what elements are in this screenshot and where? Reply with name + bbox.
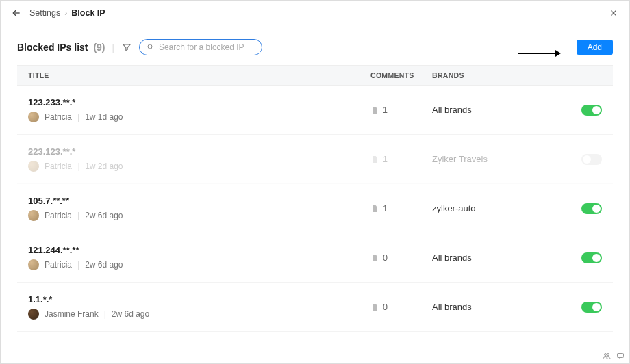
row-meta: Patricia | 1w 1d ago <box>28 112 370 122</box>
svg-rect-3 <box>618 354 624 358</box>
svg-point-0 <box>148 44 152 49</box>
divider: | <box>77 161 79 171</box>
enable-toggle[interactable] <box>581 105 602 116</box>
cell-title: 1.1.*.* Jasmine Frank | 2w 6d ago <box>28 294 370 320</box>
cell-brands: All brands <box>432 105 542 115</box>
avatar <box>28 161 39 172</box>
cell-comments: 0 <box>370 302 432 312</box>
cell-toggle <box>542 302 602 313</box>
cell-brands: All brands <box>432 252 542 263</box>
page-title: Blocked IPs list (9) <box>17 42 105 53</box>
content-area: Blocked IPs list (9) | Add TITLE COMMENT… <box>1 25 629 332</box>
comment-count: 1 <box>383 204 388 213</box>
document-icon <box>370 253 379 263</box>
cell-toggle <box>542 154 602 165</box>
breadcrumb-settings[interactable]: Settings <box>29 8 60 18</box>
people-icon[interactable] <box>602 351 612 361</box>
document-icon <box>370 155 379 164</box>
comment-count: 1 <box>383 105 388 115</box>
cell-comments: 1 <box>370 155 432 164</box>
row-meta: Patricia | 2w 6d ago <box>28 210 370 221</box>
ip-address: 223.123.**.* <box>28 146 370 157</box>
table-row[interactable]: 1.1.*.* Jasmine Frank | 2w 6d ago 0 All … <box>17 283 613 332</box>
divider: | <box>77 211 79 220</box>
author-name: Patricia <box>45 161 72 171</box>
timestamp: 2w 6d ago <box>85 260 123 270</box>
column-header-brands: BRANDS <box>432 71 542 79</box>
page-title-text: Blocked IPs list <box>17 42 88 53</box>
avatar <box>28 259 39 270</box>
timestamp: 2w 6d ago <box>112 309 149 319</box>
cell-brands: All brands <box>432 302 542 312</box>
ip-address: 105.7.**.** <box>28 196 370 206</box>
breadcrumb: Settings › Block IP <box>29 8 105 18</box>
document-icon <box>370 302 379 312</box>
table-header: TITLE COMMENTS BRANDS <box>17 65 613 86</box>
avatar <box>28 309 39 320</box>
chat-icon[interactable] <box>616 351 625 361</box>
topbar: Settings › Block IP <box>1 1 629 25</box>
ip-address: 123.233.**.* <box>28 97 370 107</box>
avatar <box>28 210 39 221</box>
avatar <box>28 112 39 122</box>
svg-point-2 <box>607 354 609 356</box>
cell-comments: 1 <box>370 105 432 115</box>
enable-toggle[interactable] <box>581 203 602 214</box>
table-row[interactable]: 105.7.**.** Patricia | 2w 6d ago 1 zylke… <box>17 184 613 233</box>
column-header-title: TITLE <box>28 71 370 79</box>
back-arrow-icon[interactable] <box>10 7 23 19</box>
table-row[interactable]: 121.244.**.** Patricia | 2w 6d ago 0 All… <box>17 233 613 283</box>
search-input[interactable] <box>159 42 255 52</box>
enable-toggle[interactable] <box>581 252 602 263</box>
column-header-comments: COMMENTS <box>370 71 432 79</box>
timestamp: 1w 1d ago <box>85 112 123 122</box>
cell-comments: 1 <box>370 204 432 213</box>
add-button[interactable]: Add <box>577 40 613 55</box>
divider: | <box>77 260 79 270</box>
table-row[interactable]: 223.123.**.* Patricia | 1w 2d ago 1 Zylk… <box>17 135 613 184</box>
enable-toggle[interactable] <box>581 302 602 313</box>
cell-title: 121.244.**.** Patricia | 2w 6d ago <box>28 245 370 270</box>
cell-brands: Zylker Travels <box>432 154 542 164</box>
annotation-arrow <box>518 53 559 54</box>
author-name: Patricia <box>45 211 72 220</box>
filter-icon[interactable] <box>121 42 132 53</box>
cell-title: 223.123.**.* Patricia | 1w 2d ago <box>28 146 370 172</box>
cell-toggle <box>542 203 602 214</box>
cell-title: 105.7.**.** Patricia | 2w 6d ago <box>28 196 370 221</box>
svg-point-1 <box>605 354 607 356</box>
divider: | <box>104 309 106 319</box>
cell-brands: zylker-auto <box>432 203 542 213</box>
table-body: 123.233.**.* Patricia | 1w 1d ago 1 All … <box>17 86 613 332</box>
document-icon <box>370 204 379 213</box>
cell-toggle <box>542 105 602 116</box>
page-title-count: (9) <box>93 42 105 53</box>
table-row[interactable]: 123.233.**.* Patricia | 1w 1d ago 1 All … <box>17 86 613 135</box>
author-name: Jasmine Frank <box>45 309 99 319</box>
cell-comments: 0 <box>370 253 432 263</box>
row-meta: Patricia | 2w 6d ago <box>28 259 370 270</box>
breadcrumb-current: Block IP <box>71 8 105 18</box>
comment-count: 0 <box>383 253 388 263</box>
search-field[interactable] <box>139 39 262 55</box>
chevron-right-icon: › <box>64 8 67 18</box>
author-name: Patricia <box>45 112 72 122</box>
comment-count: 0 <box>383 302 388 312</box>
comment-count: 1 <box>383 155 388 164</box>
row-meta: Patricia | 1w 2d ago <box>28 161 370 172</box>
ip-address: 121.244.**.** <box>28 245 370 255</box>
divider: | <box>77 112 79 122</box>
footer-icons <box>602 351 625 361</box>
author-name: Patricia <box>45 260 72 270</box>
timestamp: 1w 2d ago <box>85 161 123 171</box>
divider: | <box>112 42 114 53</box>
enable-toggle[interactable] <box>581 154 602 165</box>
cell-title: 123.233.**.* Patricia | 1w 1d ago <box>28 97 370 122</box>
ip-address: 1.1.*.* <box>28 294 370 304</box>
search-icon <box>147 43 155 51</box>
cell-toggle <box>542 252 602 263</box>
document-icon <box>370 105 379 115</box>
row-meta: Jasmine Frank | 2w 6d ago <box>28 309 370 320</box>
timestamp: 2w 6d ago <box>85 211 123 220</box>
close-icon[interactable] <box>607 7 620 19</box>
